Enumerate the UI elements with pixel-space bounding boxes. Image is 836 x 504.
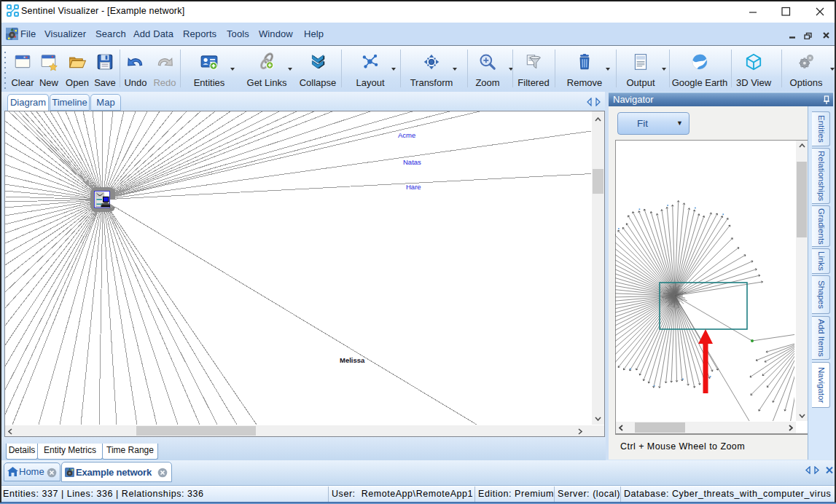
svg-text:Acme: Acme — [398, 131, 415, 139]
svg-text:Natas: Natas — [403, 158, 421, 166]
svg-text:Melissa: Melissa — [340, 356, 365, 364]
svg-text:Hare: Hare — [406, 183, 421, 191]
